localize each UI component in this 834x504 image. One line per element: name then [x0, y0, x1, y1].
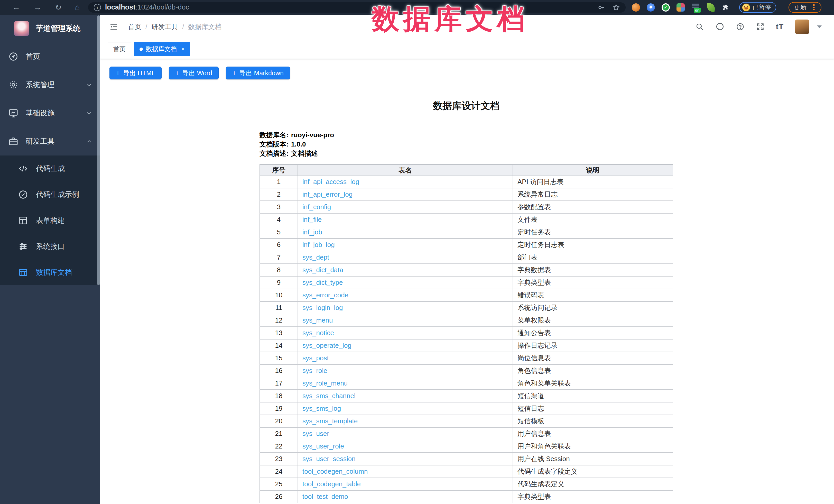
- sidebar-item-system-api[interactable]: 系统接口: [0, 233, 100, 259]
- table-name-link[interactable]: sys_role_menu: [302, 379, 348, 387]
- sidebar-item-code-generation[interactable]: 代码生成: [0, 155, 100, 181]
- sliders-icon: [18, 241, 28, 251]
- row-description: 通知公告表: [513, 327, 673, 339]
- table-name-link[interactable]: inf_job: [302, 228, 322, 236]
- chevron-down-icon: [86, 82, 92, 88]
- sidebar-item-system-management[interactable]: 系统管理: [0, 71, 100, 99]
- table-name-link[interactable]: sys_menu: [302, 316, 333, 324]
- table-name-link[interactable]: sys_post: [302, 354, 329, 362]
- table-name-link[interactable]: sys_sms_channel: [302, 392, 356, 400]
- table-name-link[interactable]: sys_sms_template: [302, 417, 358, 425]
- breadcrumb-home[interactable]: 首页: [128, 22, 141, 31]
- chrome-menu-icon[interactable]: ⋮: [810, 4, 818, 11]
- sidebar-item-dev-tools[interactable]: 研发工具: [0, 127, 100, 155]
- bookmark-star-icon[interactable]: [612, 4, 620, 11]
- row-description: 代码生成表定义: [513, 478, 673, 490]
- row-table-name-cell: inf_config: [298, 201, 513, 213]
- row-table-name-cell: sys_user: [298, 428, 513, 440]
- tab-home[interactable]: 首页: [108, 42, 131, 56]
- table-row: 22sys_user_role用户和角色关联表: [260, 440, 673, 453]
- sidebar-item-infrastructure[interactable]: 基础设施: [0, 99, 100, 127]
- avatar-caret-icon[interactable]: [817, 25, 822, 28]
- extension-icon-pin[interactable]: [647, 3, 655, 12]
- table-row: 23sys_user_session用户在线 Session: [260, 453, 673, 465]
- search-icon[interactable]: [695, 22, 704, 31]
- table-name-link[interactable]: inf_file: [302, 216, 322, 223]
- extensions-puzzle-icon[interactable]: [722, 3, 730, 12]
- sidebar-item-label: 首页: [26, 52, 40, 61]
- breadcrumb-dev-tools[interactable]: 研发工具: [151, 22, 178, 31]
- extension-icon-leaf[interactable]: [706, 3, 716, 12]
- extension-icon-switch-on[interactable]: [692, 3, 700, 12]
- row-number: 10: [260, 289, 298, 302]
- row-description: 短信渠道: [513, 390, 673, 402]
- breadcrumb-separator: /: [146, 23, 147, 31]
- monitor-icon: [8, 108, 19, 118]
- row-table-name-cell: inf_api_error_log: [298, 188, 513, 201]
- row-description: 岗位信息表: [513, 352, 673, 365]
- export-html-button[interactable]: 导出 HTML: [109, 67, 161, 80]
- github-icon[interactable]: [715, 22, 725, 31]
- table-name-link[interactable]: inf_api_access_log: [302, 178, 359, 185]
- row-description: 角色和菜单关联表: [513, 377, 673, 390]
- table-name-link[interactable]: sys_sms_log: [302, 404, 341, 412]
- reload-icon[interactable]: ↻: [55, 3, 62, 11]
- table-name-link[interactable]: tool_test_demo: [302, 493, 348, 500]
- table-name-link[interactable]: tool_codegen_table: [302, 480, 361, 488]
- sidebar-item-home[interactable]: 首页: [0, 42, 100, 71]
- extension-icon-grid[interactable]: [677, 3, 685, 12]
- export-markdown-button[interactable]: 导出 Markdown: [226, 67, 290, 80]
- row-table-name-cell: sys_login_log: [298, 302, 513, 314]
- fullscreen-icon[interactable]: [756, 22, 765, 31]
- table-name-link[interactable]: sys_dict_data: [302, 266, 343, 274]
- meta-label: 文档描述:: [260, 150, 288, 157]
- tab-close-icon[interactable]: ×: [181, 46, 185, 52]
- table-name-link[interactable]: sys_dept: [302, 254, 329, 261]
- back-icon[interactable]: ←: [12, 3, 20, 11]
- app-logo-row[interactable]: 芋道管理系统: [0, 15, 100, 42]
- meta-doc-version: 文档版本:1.0.0: [260, 139, 673, 149]
- sidebar-item-codegen-example[interactable]: 代码生成示例: [0, 181, 100, 207]
- sidebar-scrollbar[interactable]: [97, 16, 100, 285]
- table-name-link[interactable]: sys_login_log: [302, 304, 343, 311]
- url-bar[interactable]: i localhost:1024/tool/db-doc: [88, 2, 626, 13]
- table-row: 26tool_test_demo字典类型表: [260, 490, 673, 503]
- sidebar-item-form-builder[interactable]: 表单构建: [0, 207, 100, 233]
- table-name-link[interactable]: sys_operate_log: [302, 342, 351, 349]
- sidebar-item-db-doc[interactable]: 数据库文档: [0, 259, 100, 285]
- breadcrumb-separator: /: [182, 23, 184, 31]
- font-size-icon[interactable]: tT: [776, 22, 784, 31]
- sidebar-collapse-icon[interactable]: [109, 22, 118, 31]
- table-row: 12sys_menu菜单权限表: [260, 314, 673, 327]
- table-name-link[interactable]: sys_dict_type: [302, 279, 343, 286]
- table-name-link[interactable]: sys_user: [302, 430, 329, 437]
- row-table-name-cell: inf_file: [298, 213, 513, 226]
- table-name-link[interactable]: sys_role: [302, 367, 327, 374]
- table-name-link[interactable]: inf_job_log: [302, 241, 335, 248]
- home-icon[interactable]: ⌂: [75, 3, 80, 11]
- tab-db-doc[interactable]: 数据库文档 ×: [134, 42, 190, 56]
- table-name-link[interactable]: inf_api_error_log: [302, 191, 352, 198]
- forward-icon[interactable]: →: [34, 3, 42, 11]
- site-info-icon[interactable]: i: [94, 4, 101, 11]
- extension-icon-green-check[interactable]: [662, 3, 670, 12]
- extension-icon-orange[interactable]: [632, 3, 640, 12]
- table-name-link[interactable]: sys_user_role: [302, 442, 344, 450]
- table-row: 7sys_dept部门表: [260, 251, 673, 264]
- export-word-button[interactable]: 导出 Word: [169, 67, 219, 80]
- table-name-link[interactable]: inf_config: [302, 203, 331, 211]
- table-name-link[interactable]: sys_error_code: [302, 291, 348, 299]
- user-avatar[interactable]: [795, 20, 809, 34]
- table-name-link[interactable]: sys_user_session: [302, 455, 356, 463]
- help-icon[interactable]: [736, 22, 745, 31]
- row-table-name-cell: inf_job_log: [298, 239, 513, 251]
- row-description: 系统访问记录: [513, 302, 673, 314]
- meta-db-name: 数据库名:ruoyi-vue-pro: [260, 130, 673, 139]
- profile-paused-chip[interactable]: 已暂停: [739, 2, 776, 13]
- chrome-update-button[interactable]: 更新 ⋮: [789, 2, 821, 13]
- table-row: 24tool_codegen_column代码生成表字段定义: [260, 465, 673, 478]
- password-key-icon[interactable]: [597, 4, 605, 11]
- table-name-link[interactable]: tool_codegen_column: [302, 467, 368, 475]
- table-name-link[interactable]: sys_notice: [302, 329, 334, 337]
- table-row: 14sys_operate_log操作日志记录: [260, 339, 673, 352]
